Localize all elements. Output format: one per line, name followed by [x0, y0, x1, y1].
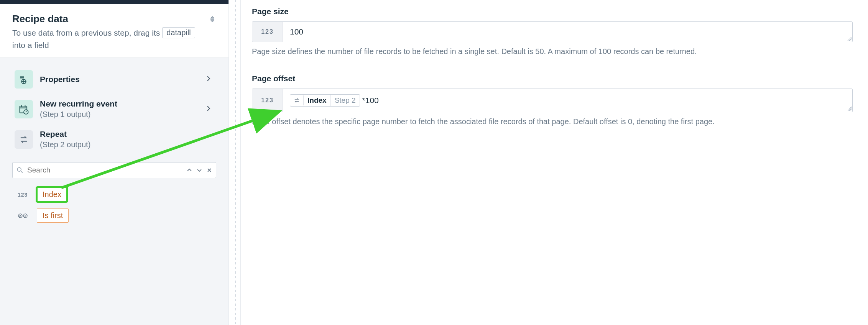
splitter-dashed-line [235, 0, 236, 325]
field-value[interactable]: 100 [283, 22, 852, 42]
inline-datapill-index[interactable]: Index Step 2 [290, 94, 360, 107]
clear-search-icon[interactable] [207, 167, 212, 173]
datapill-index[interactable]: Index [37, 187, 67, 202]
chevron-right-icon [206, 74, 214, 84]
step-item-recurring-event[interactable]: New recurring event (Step 1 output) [11, 94, 218, 124]
svg-point-3 [17, 167, 21, 171]
number-type-indicator: 123 [252, 89, 283, 112]
repeat-icon [290, 95, 304, 105]
step-title: Properties [40, 75, 199, 84]
field-text-value: 100 [290, 27, 303, 36]
subtitle-text-post: into a field [12, 41, 49, 50]
boolean-type-icon [18, 213, 31, 218]
calendar-clock-icon [15, 100, 33, 118]
field-help-text: Page offset denotes the specific page nu… [252, 116, 853, 127]
field-help-text: Page size defines the number of file rec… [252, 46, 853, 57]
splitter-border [240, 0, 241, 325]
datapill-list: 123 Index Is first [11, 187, 218, 223]
field-label: Page offset [252, 74, 853, 83]
resize-grip-icon[interactable] [847, 107, 852, 111]
step-title: New recurring event [40, 99, 199, 108]
field-page-size: Page size 123 100 Page size defines the … [252, 7, 853, 57]
globe-list-icon [15, 70, 33, 89]
field-label: Page size [252, 7, 853, 16]
number-type-indicator: 123 [252, 22, 283, 42]
resize-grip-icon[interactable] [847, 36, 852, 41]
search-input[interactable] [27, 166, 183, 174]
search-icon [16, 167, 23, 174]
field-value[interactable]: Index Step 2 *100 [283, 89, 852, 112]
step-subtitle: (Step 2 output) [40, 140, 214, 149]
field-input[interactable]: 123 Index Step 2 *100 [252, 89, 853, 112]
pill-name: Index [304, 95, 330, 106]
panel-body: Properties New recurring event (Step 1 o… [0, 58, 229, 233]
datapill-token: datapill [162, 27, 195, 38]
form-panel: Page size 123 100 Page size defines the … [243, 0, 868, 325]
field-text-suffix: *100 [362, 96, 379, 105]
prev-result-icon[interactable] [187, 167, 192, 173]
search-bar[interactable] [12, 162, 216, 178]
recipe-data-panel: Recipe data To use data from a previous … [0, 0, 229, 325]
field-page-offset: Page offset 123 Index Step 2 *100 Page o… [252, 74, 853, 127]
drag-handle-icon[interactable] [209, 15, 216, 23]
chevron-right-icon [206, 104, 214, 114]
panel-header: Recipe data To use data from a previous … [0, 4, 229, 58]
step-subtitle: (Step 1 output) [40, 110, 199, 119]
panel-title: Recipe data [12, 13, 216, 25]
list-item: 123 Index [18, 187, 211, 202]
step-item-repeat[interactable]: Repeat (Step 2 output) [11, 124, 218, 154]
list-item: Is first [18, 208, 211, 223]
pill-step: Step 2 [330, 95, 360, 106]
number-type-icon: 123 [18, 192, 31, 198]
panel-subtitle: To use data from a previous step, drag i… [12, 27, 216, 50]
step-title: Repeat [40, 130, 214, 139]
next-result-icon[interactable] [197, 167, 202, 173]
window-top-bar [0, 0, 229, 4]
repeat-icon [15, 130, 33, 149]
field-input[interactable]: 123 100 [252, 21, 853, 42]
datapill-is-first[interactable]: Is first [37, 208, 69, 223]
splitter[interactable] [229, 0, 243, 325]
subtitle-text-pre: To use data from a previous step, drag i… [12, 28, 160, 38]
step-item-properties[interactable]: Properties [11, 65, 218, 94]
svg-point-5 [23, 214, 27, 218]
